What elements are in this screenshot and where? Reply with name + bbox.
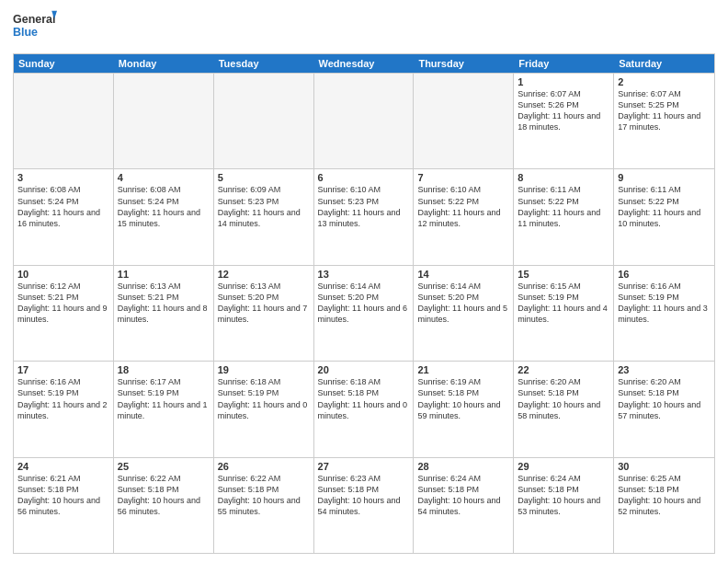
day-number: 13 (318, 269, 410, 280)
cell-text: Sunrise: 6:14 AMSunset: 5:20 PMDaylight:… (417, 281, 509, 326)
day-number: 26 (218, 461, 310, 472)
calendar-cell: 28Sunrise: 6:24 AMSunset: 5:18 PMDayligh… (414, 458, 514, 553)
day-number: 6 (318, 172, 410, 183)
day-number: 8 (518, 172, 609, 183)
cell-text: Sunrise: 6:22 AMSunset: 5:18 PMDaylight:… (218, 473, 310, 518)
cell-text: Sunrise: 6:08 AMSunset: 5:24 PMDaylight:… (17, 184, 109, 229)
cell-text: Sunrise: 6:22 AMSunset: 5:18 PMDaylight:… (118, 473, 210, 518)
calendar-header: SundayMondayTuesdayWednesdayThursdayFrid… (14, 54, 714, 73)
calendar-cell (314, 74, 415, 168)
header-day-tuesday: Tuesday (214, 54, 314, 73)
day-number: 25 (118, 461, 210, 472)
header-day-sunday: Sunday (14, 54, 114, 73)
day-number: 1 (518, 76, 609, 87)
day-number: 9 (618, 172, 711, 183)
calendar-cell: 1Sunrise: 6:07 AMSunset: 5:26 PMDaylight… (514, 74, 614, 168)
calendar: SundayMondayTuesdayWednesdayThursdayFrid… (13, 53, 715, 554)
calendar-cell: 6Sunrise: 6:10 AMSunset: 5:23 PMDaylight… (314, 169, 415, 264)
cell-text: Sunrise: 6:19 AMSunset: 5:18 PMDaylight:… (417, 376, 509, 421)
day-number: 11 (118, 269, 210, 280)
calendar-cell: 19Sunrise: 6:18 AMSunset: 5:19 PMDayligh… (214, 362, 314, 456)
cell-text: Sunrise: 6:11 AMSunset: 5:22 PMDaylight:… (518, 184, 609, 229)
cell-text: Sunrise: 6:13 AMSunset: 5:21 PMDaylight:… (118, 281, 210, 326)
calendar-cell: 18Sunrise: 6:17 AMSunset: 5:19 PMDayligh… (114, 362, 214, 456)
calendar-body: 1Sunrise: 6:07 AMSunset: 5:26 PMDaylight… (14, 73, 714, 553)
cell-text: Sunrise: 6:07 AMSunset: 5:26 PMDaylight:… (518, 88, 609, 133)
day-number: 10 (17, 269, 109, 280)
day-number: 4 (118, 172, 210, 183)
cell-text: Sunrise: 6:14 AMSunset: 5:20 PMDaylight:… (318, 281, 410, 326)
cell-text: Sunrise: 6:13 AMSunset: 5:20 PMDaylight:… (218, 281, 310, 326)
day-number: 12 (218, 269, 310, 280)
header-day-saturday: Saturday (614, 54, 714, 73)
calendar-cell: 13Sunrise: 6:14 AMSunset: 5:20 PMDayligh… (314, 266, 415, 361)
logo-svg: General Blue (13, 9, 57, 46)
svg-text:General: General (13, 13, 55, 26)
day-number: 7 (417, 172, 509, 183)
cell-text: Sunrise: 6:15 AMSunset: 5:19 PMDaylight:… (518, 281, 609, 326)
day-number: 27 (318, 461, 410, 472)
calendar-cell: 14Sunrise: 6:14 AMSunset: 5:20 PMDayligh… (414, 266, 514, 361)
cell-text: Sunrise: 6:16 AMSunset: 5:19 PMDaylight:… (618, 281, 711, 326)
day-number: 20 (318, 364, 410, 375)
day-number: 17 (17, 364, 109, 375)
calendar-cell: 7Sunrise: 6:10 AMSunset: 5:22 PMDaylight… (414, 169, 514, 264)
calendar-cell: 5Sunrise: 6:09 AMSunset: 5:23 PMDaylight… (214, 169, 314, 264)
calendar-row-4: 24Sunrise: 6:21 AMSunset: 5:18 PMDayligh… (14, 457, 714, 553)
calendar-cell: 29Sunrise: 6:24 AMSunset: 5:18 PMDayligh… (514, 458, 614, 553)
calendar-cell: 22Sunrise: 6:20 AMSunset: 5:18 PMDayligh… (514, 362, 614, 456)
day-number: 28 (417, 461, 509, 472)
calendar-row-3: 17Sunrise: 6:16 AMSunset: 5:19 PMDayligh… (14, 361, 714, 456)
cell-text: Sunrise: 6:20 AMSunset: 5:18 PMDaylight:… (518, 376, 609, 421)
svg-text:Blue: Blue (13, 26, 38, 39)
calendar-cell: 15Sunrise: 6:15 AMSunset: 5:19 PMDayligh… (514, 266, 614, 361)
calendar-cell: 21Sunrise: 6:19 AMSunset: 5:18 PMDayligh… (414, 362, 514, 456)
calendar-cell: 20Sunrise: 6:18 AMSunset: 5:18 PMDayligh… (314, 362, 415, 456)
calendar-cell: 24Sunrise: 6:21 AMSunset: 5:18 PMDayligh… (14, 458, 114, 553)
calendar-cell: 10Sunrise: 6:12 AMSunset: 5:21 PMDayligh… (14, 266, 114, 361)
cell-text: Sunrise: 6:10 AMSunset: 5:22 PMDaylight:… (417, 184, 509, 229)
cell-text: Sunrise: 6:07 AMSunset: 5:25 PMDaylight:… (618, 88, 711, 133)
day-number: 16 (618, 269, 711, 280)
calendar-cell: 11Sunrise: 6:13 AMSunset: 5:21 PMDayligh… (114, 266, 214, 361)
cell-text: Sunrise: 6:16 AMSunset: 5:19 PMDaylight:… (17, 376, 109, 421)
cell-text: Sunrise: 6:10 AMSunset: 5:23 PMDaylight:… (318, 184, 410, 229)
day-number: 15 (518, 269, 609, 280)
cell-text: Sunrise: 6:17 AMSunset: 5:19 PMDaylight:… (118, 376, 210, 421)
calendar-row-1: 3Sunrise: 6:08 AMSunset: 5:24 PMDaylight… (14, 168, 714, 264)
header-day-friday: Friday (514, 54, 614, 73)
cell-text: Sunrise: 6:12 AMSunset: 5:21 PMDaylight:… (17, 281, 109, 326)
cell-text: Sunrise: 6:20 AMSunset: 5:18 PMDaylight:… (618, 376, 711, 421)
cell-text: Sunrise: 6:23 AMSunset: 5:18 PMDaylight:… (318, 473, 410, 518)
page-header: General Blue (13, 9, 715, 46)
logo: General Blue (13, 9, 57, 46)
calendar-cell: 17Sunrise: 6:16 AMSunset: 5:19 PMDayligh… (14, 362, 114, 456)
cell-text: Sunrise: 6:18 AMSunset: 5:19 PMDaylight:… (218, 376, 310, 421)
cell-text: Sunrise: 6:25 AMSunset: 5:18 PMDaylight:… (618, 473, 711, 518)
calendar-cell: 9Sunrise: 6:11 AMSunset: 5:22 PMDaylight… (614, 169, 714, 264)
calendar-cell: 4Sunrise: 6:08 AMSunset: 5:24 PMDaylight… (114, 169, 214, 264)
calendar-cell (214, 74, 314, 168)
day-number: 18 (118, 364, 210, 375)
calendar-cell: 23Sunrise: 6:20 AMSunset: 5:18 PMDayligh… (614, 362, 714, 456)
calendar-cell (14, 74, 114, 168)
cell-text: Sunrise: 6:08 AMSunset: 5:24 PMDaylight:… (118, 184, 210, 229)
calendar-cell: 12Sunrise: 6:13 AMSunset: 5:20 PMDayligh… (214, 266, 314, 361)
cell-text: Sunrise: 6:21 AMSunset: 5:18 PMDaylight:… (17, 473, 109, 518)
day-number: 23 (618, 364, 711, 375)
calendar-cell (414, 74, 514, 168)
day-number: 14 (417, 269, 509, 280)
day-number: 30 (618, 461, 711, 472)
header-day-thursday: Thursday (414, 54, 514, 73)
day-number: 21 (417, 364, 509, 375)
day-number: 5 (218, 172, 310, 183)
cell-text: Sunrise: 6:11 AMSunset: 5:22 PMDaylight:… (618, 184, 711, 229)
calendar-row-0: 1Sunrise: 6:07 AMSunset: 5:26 PMDaylight… (14, 73, 714, 168)
day-number: 24 (17, 461, 109, 472)
calendar-cell: 2Sunrise: 6:07 AMSunset: 5:25 PMDaylight… (614, 74, 714, 168)
calendar-cell (114, 74, 214, 168)
calendar-cell: 27Sunrise: 6:23 AMSunset: 5:18 PMDayligh… (314, 458, 415, 553)
calendar-row-2: 10Sunrise: 6:12 AMSunset: 5:21 PMDayligh… (14, 265, 714, 361)
calendar-cell: 16Sunrise: 6:16 AMSunset: 5:19 PMDayligh… (614, 266, 714, 361)
cell-text: Sunrise: 6:18 AMSunset: 5:18 PMDaylight:… (318, 376, 410, 421)
